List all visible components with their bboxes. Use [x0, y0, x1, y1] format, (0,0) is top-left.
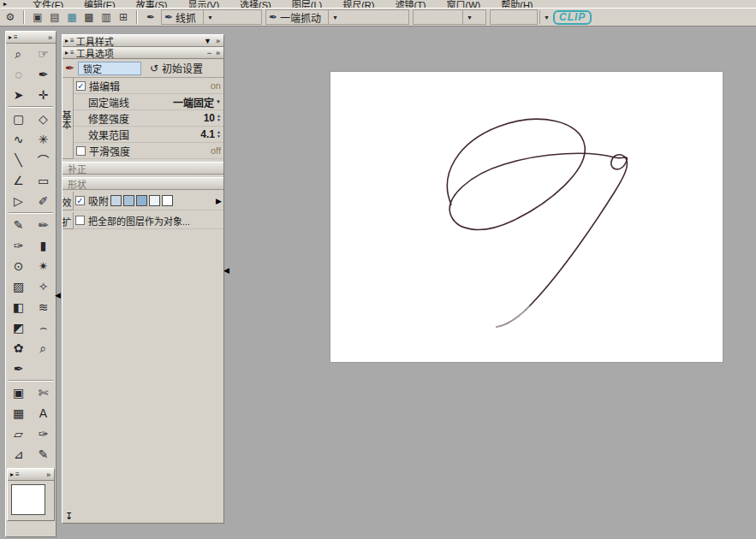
- menu-edit[interactable]: 编辑(E): [84, 0, 116, 8]
- chevron-down-icon[interactable]: ▼: [203, 37, 212, 45]
- knife-tool[interactable]: ✄: [31, 382, 56, 403]
- grid-icon[interactable]: ▩: [82, 10, 96, 24]
- stamp-tool[interactable]: ▣: [6, 382, 31, 403]
- pattern-brush-tool[interactable]: ✿: [6, 338, 31, 358]
- current-color-swatch[interactable]: [11, 484, 45, 515]
- pen-icon[interactable]: ✒: [144, 10, 158, 24]
- panel-menu-icon[interactable]: ≡: [70, 37, 74, 44]
- triangle-ruler-tool[interactable]: ⊿: [6, 444, 31, 465]
- tab-basic[interactable]: 基本: [63, 78, 74, 159]
- trim-strength-stepper[interactable]: ▲ ▼: [217, 114, 221, 122]
- panel-more-button[interactable]: »: [47, 33, 53, 42]
- spin-down-icon[interactable]: ▼: [217, 134, 221, 139]
- fill-tool[interactable]: ◧: [6, 297, 31, 317]
- minimize-button[interactable]: −: [206, 49, 212, 57]
- dock-down-icon[interactable]: ↧: [65, 511, 73, 522]
- menu-filter[interactable]: 滤镜(T): [395, 0, 426, 8]
- chevron-down-icon[interactable]: ▼: [216, 99, 221, 104]
- table-icon[interactable]: ⊞: [116, 10, 130, 24]
- snap-swatch-3[interactable]: [136, 195, 147, 206]
- section-shape[interactable]: 形状: [63, 177, 223, 190]
- brush-tool[interactable]: ≋: [31, 297, 56, 317]
- zoom-tool[interactable]: ⌕: [6, 44, 31, 64]
- compass-tool[interactable]: ⊙: [6, 256, 31, 276]
- lock-toggle[interactable]: 锁定: [78, 62, 141, 75]
- panel-menu-icon[interactable]: ≡: [14, 33, 17, 41]
- curve-tool[interactable]: ⌒: [31, 150, 56, 170]
- panel-more-button[interactable]: »: [215, 49, 221, 57]
- panel-grip-icon[interactable]: ▸: [65, 49, 68, 56]
- chevron-down-icon[interactable]: ▼: [462, 10, 476, 24]
- pen-tool[interactable]: ✎: [6, 215, 31, 235]
- spin-down-icon[interactable]: ▼: [217, 118, 221, 122]
- lasso-select-tool[interactable]: ∿: [6, 129, 31, 150]
- trim-strength-value[interactable]: 10: [204, 112, 215, 124]
- new-page-icon[interactable]: ▣: [31, 10, 45, 24]
- menu-view[interactable]: 显示(V): [188, 0, 219, 8]
- menu-story[interactable]: 故事(S): [136, 0, 168, 8]
- panel-menu-icon[interactable]: ≡: [15, 471, 19, 478]
- extra-combo-2[interactable]: ▼: [490, 9, 538, 25]
- line-tool[interactable]: ╲: [6, 150, 31, 170]
- line-ruler-pen-tool[interactable]: ✎: [31, 444, 56, 465]
- brush-pen-tool[interactable]: ✑: [6, 235, 31, 256]
- grid-dither-icon[interactable]: ▦: [65, 10, 79, 24]
- menu-select[interactable]: 选择(S): [240, 0, 271, 8]
- panel-grip-icon[interactable]: ▸: [9, 33, 11, 41]
- snap-swatch-5[interactable]: [162, 195, 173, 206]
- polyline-tool[interactable]: ∠: [6, 170, 31, 191]
- snap-checkbox[interactable]: ✓: [75, 196, 85, 205]
- airbrush-tool[interactable]: ✴: [31, 256, 56, 276]
- extra-combo-1[interactable]: ▼: [413, 9, 486, 25]
- pencil-tool[interactable]: ✏: [31, 215, 56, 235]
- menu-file[interactable]: 文件(F): [33, 0, 63, 8]
- chevron-down-icon[interactable]: ▼: [328, 10, 342, 24]
- settings-icon[interactable]: ⚙: [3, 10, 17, 24]
- canvas-page[interactable]: [330, 71, 723, 363]
- menu-grip-icon[interactable]: ▸: [3, 0, 7, 8]
- perspective-box-tool[interactable]: ▱: [6, 424, 31, 444]
- panels-icon[interactable]: ▥: [99, 10, 113, 24]
- tab-effect[interactable]: 效: [63, 192, 74, 210]
- fixed-end-value[interactable]: 一端固定: [173, 95, 214, 110]
- menu-window[interactable]: 窗口(W): [447, 0, 481, 8]
- trace-edit-checkbox[interactable]: ✓: [76, 81, 86, 91]
- node-edit-tool[interactable]: ✐: [31, 191, 56, 211]
- object-selector-tool[interactable]: ➤: [6, 85, 31, 105]
- all-layers-checkbox[interactable]: [75, 216, 85, 225]
- magic-wand-tool[interactable]: ✳: [31, 129, 56, 150]
- reset-button[interactable]: 初始设置: [162, 61, 203, 75]
- smoothing-checkbox[interactable]: [76, 146, 86, 156]
- rect-select-tool[interactable]: ▢: [6, 109, 31, 129]
- collapse-options-panel-handle[interactable]: ◀: [223, 267, 229, 275]
- gradient-tool[interactable]: ◩: [6, 317, 31, 338]
- polygon-select-tool[interactable]: ◇: [31, 109, 56, 129]
- line-catch-combo[interactable]: ✒ 线抓 ▼: [161, 9, 262, 25]
- reset-icon[interactable]: ↺: [150, 62, 158, 74]
- menu-help[interactable]: 帮助(H): [501, 0, 533, 8]
- slant-pen-tool[interactable]: ✒: [6, 358, 31, 379]
- image-tool[interactable]: ▦: [6, 403, 31, 424]
- chevron-down-icon[interactable]: ▼: [539, 10, 553, 24]
- more-options-icon[interactable]: ▶: [216, 197, 222, 205]
- menu-ruler[interactable]: 规尺(R): [342, 0, 374, 8]
- curve-ruler-tool[interactable]: ⌢: [31, 317, 56, 338]
- tone-tool[interactable]: ▨: [6, 276, 31, 297]
- lasso-tool[interactable]: ◌: [6, 64, 31, 85]
- marker-tool[interactable]: ▮: [31, 235, 56, 256]
- panel-more-button[interactable]: »: [215, 37, 221, 45]
- snap-swatch-4[interactable]: [149, 195, 160, 206]
- end-grab-combo[interactable]: ✒ 一端抓动 ▼: [265, 9, 409, 25]
- snap-swatch-2[interactable]: [123, 195, 134, 206]
- snap-swatch-1[interactable]: [110, 195, 122, 206]
- panel-menu-icon[interactable]: ≡: [70, 49, 74, 56]
- collapse-toolbox-handle[interactable]: ◀: [55, 292, 61, 299]
- rectangle-tool[interactable]: ▭: [31, 170, 56, 191]
- path-select-tool[interactable]: ▷: [6, 191, 31, 211]
- effect-range-stepper[interactable]: ▲ ▼: [217, 130, 221, 139]
- eyedropper-tool[interactable]: ✒: [31, 64, 56, 85]
- chevron-down-icon[interactable]: ▼: [203, 10, 217, 24]
- pattern-pen-tool[interactable]: ✧: [31, 276, 56, 297]
- effect-range-value[interactable]: 4.1: [200, 128, 215, 140]
- panel-grip-icon[interactable]: ▸: [10, 471, 13, 478]
